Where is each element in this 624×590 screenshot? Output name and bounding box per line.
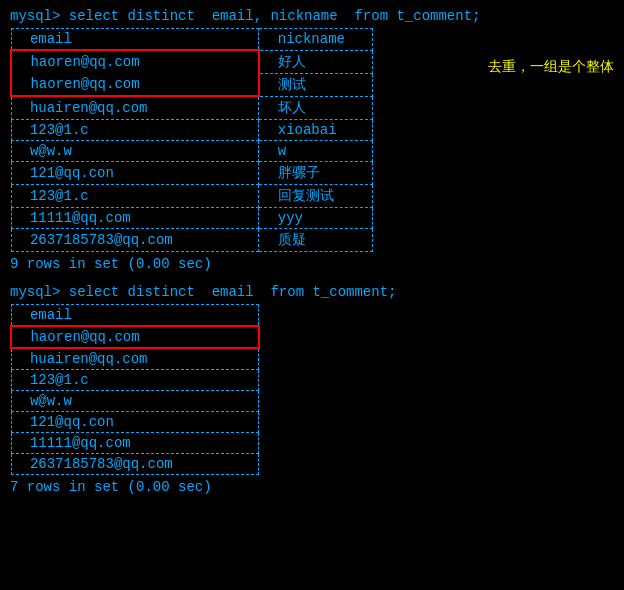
query1-result: 9 rows in set (0.00 sec) [10, 256, 614, 272]
email-cell: 121@qq.con [11, 411, 259, 432]
table-row: 11111@qq.com yyy [11, 207, 372, 228]
table-row: huairen@qq.com [11, 348, 259, 370]
email-cell: 2637185783@qq.com [11, 453, 259, 474]
query1-section: mysql> select distinct email, nickname f… [10, 8, 614, 272]
email-cell: 123@1.c [11, 119, 259, 140]
col-nickname-1: nickname [259, 29, 372, 51]
table-row: haoren@qq.com 好人 [11, 50, 372, 73]
query2-prompt: mysql> select distinct email from t_comm… [10, 284, 614, 300]
table-row: w@w.w w [11, 140, 372, 161]
table-row: 123@1.c xioabai [11, 119, 372, 140]
query2-table: email haoren@qq.com huairen@qq.com 123@1… [10, 304, 260, 475]
email-cell: 11111@qq.com [11, 207, 259, 228]
email-cell: w@w.w [11, 390, 259, 411]
col-email-1: email [11, 29, 259, 51]
email-cell: 2637185783@qq.com [11, 228, 259, 251]
table-row: 121@qq.con [11, 411, 259, 432]
annotation: 去重，一组是个整体 [488, 58, 614, 76]
nickname-cell: xioabai [259, 119, 372, 140]
nickname-cell: 胖骡子 [259, 161, 372, 184]
email-cell: w@w.w [11, 140, 259, 161]
table-row: w@w.w [11, 390, 259, 411]
table-row: 2637185783@qq.com [11, 453, 259, 474]
table-row: 123@1.c [11, 369, 259, 390]
email-cell: 123@1.c [11, 184, 259, 207]
email-cell: 121@qq.con [11, 161, 259, 184]
table-row: haoren@qq.com 测试 [11, 73, 372, 96]
email-cell: haoren@qq.com [11, 73, 259, 96]
table-row: 123@1.c 回复测试 [11, 184, 372, 207]
email-cell: huairen@qq.com [11, 348, 259, 370]
email-cell: haoren@qq.com [11, 50, 259, 73]
nickname-cell: 坏人 [259, 96, 372, 119]
table-row: 2637185783@qq.com 质疑 [11, 228, 372, 251]
email-cell: huairen@qq.com [11, 96, 259, 119]
query2-table-wrapper: email haoren@qq.com huairen@qq.com 123@1… [10, 304, 614, 475]
nickname-cell: 测试 [259, 73, 372, 96]
query2-section: mysql> select distinct email from t_comm… [10, 284, 614, 495]
col-email-2: email [11, 304, 259, 326]
nickname-cell: w [259, 140, 372, 161]
nickname-cell: 回复测试 [259, 184, 372, 207]
query1-table-wrapper: 去重，一组是个整体 email nickname haoren@qq.com 好… [10, 28, 614, 252]
nickname-cell: yyy [259, 207, 372, 228]
table-row: 121@qq.con 胖骡子 [11, 161, 372, 184]
nickname-cell: 好人 [259, 50, 372, 73]
nickname-cell: 质疑 [259, 228, 372, 251]
query1-prompt: mysql> select distinct email, nickname f… [10, 8, 614, 24]
table-row: huairen@qq.com 坏人 [11, 96, 372, 119]
query2-result: 7 rows in set (0.00 sec) [10, 479, 614, 495]
table-row: haoren@qq.com [11, 326, 259, 348]
terminal: mysql> select distinct email, nickname f… [10, 8, 614, 495]
email-cell: 123@1.c [11, 369, 259, 390]
email-cell: haoren@qq.com [11, 326, 259, 348]
table-row: 11111@qq.com [11, 432, 259, 453]
email-cell: 11111@qq.com [11, 432, 259, 453]
query1-table: email nickname haoren@qq.com 好人 haoren@q… [10, 28, 373, 252]
